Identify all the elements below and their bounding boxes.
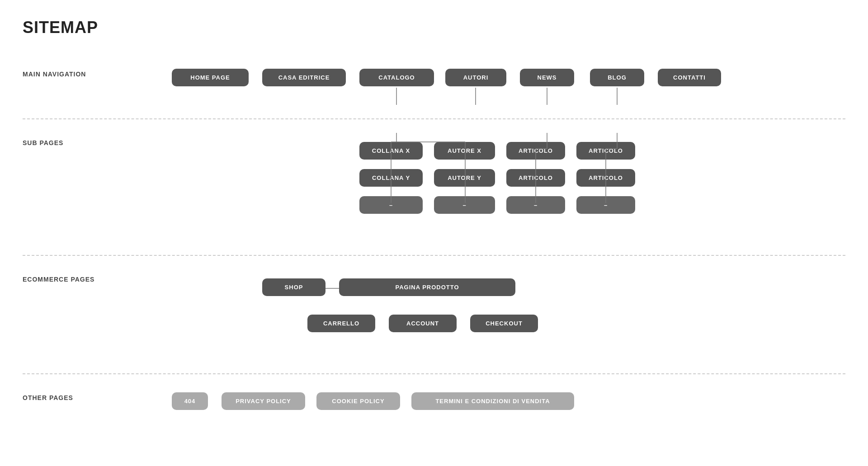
ecomm-shop[interactable]: SHOP [262,278,326,296]
main-nav-content: HOME PAGE CASA EDITRICE CATALOGO AUTORI … [113,64,845,105]
sitemap-container: MAIN NAVIGATION HOME PAGE CASA EDITRICE … [0,51,868,447]
nav-catalogo[interactable]: CATALOGO [359,69,434,86]
ecommerce-row: ECOMMERCE PAGES SHOP PAGINA PRODOTTO CAR… [23,256,845,373]
other-termini[interactable]: TERMINI E CONDIZIONI DI VENDITA [411,392,574,410]
sub-news-articolo-1[interactable]: ARTICOLO [506,142,565,160]
sub-pages-label: SUB PAGES [23,133,113,146]
sub-autore-x[interactable]: AUTORE X [434,142,495,160]
nav-contatti[interactable]: CONTATTI [658,69,721,86]
sub-collana-more[interactable]: – [359,196,423,214]
sub-pages-row: SUB PAGES COLLANA X COLLANA Y – AUTORE X… [23,119,845,255]
sub-blog-articolo-1[interactable]: ARTICOLO [576,142,635,160]
ecommerce-label: ECOMMERCE PAGES [23,269,113,283]
other-pages-label: OTHER PAGES [23,388,113,401]
main-nav-row: MAIN NAVIGATION HOME PAGE CASA EDITRICE … [23,51,845,118]
other-pages-content: 404 PRIVACY POLICY COOKIE POLICY TERMINI… [113,388,845,433]
nav-home[interactable]: HOME PAGE [172,69,249,86]
sub-autore-more[interactable]: – [434,196,495,214]
nav-casa[interactable]: CASA EDITRICE [262,69,346,86]
sub-collana-x[interactable]: COLLANA X [359,142,423,160]
other-privacy[interactable]: PRIVACY POLICY [222,392,305,410]
sub-blog-more[interactable]: – [576,196,635,214]
main-nav-label: MAIN NAVIGATION [23,64,113,78]
sub-collana-y[interactable]: COLLANA Y [359,169,423,187]
other-cookie[interactable]: COOKIE POLICY [316,392,400,410]
ecommerce-content: SHOP PAGINA PRODOTTO CARRELLO ACCOUNT CH… [113,269,845,360]
sub-news-more[interactable]: – [506,196,565,214]
ecomm-carrello[interactable]: CARRELLO [307,315,375,332]
ecomm-account[interactable]: ACCOUNT [389,315,457,332]
other-404[interactable]: 404 [172,392,208,410]
sub-autore-y[interactable]: AUTORE Y [434,169,495,187]
sub-blog-articolo-2[interactable]: ARTICOLO [576,169,635,187]
other-pages-row: OTHER PAGES 404 PRIVACY POLICY COOKIE PO… [23,374,845,447]
nav-news[interactable]: NEWS [520,69,574,86]
page-title: SITEMAP [0,0,868,51]
nav-autori[interactable]: AUTORI [445,69,506,86]
sub-news-articolo-2[interactable]: ARTICOLO [506,169,565,187]
sub-pages-content: COLLANA X COLLANA Y – AUTORE X AUTORE Y … [113,133,845,241]
nav-blog[interactable]: BLOG [590,69,644,86]
ecomm-checkout[interactable]: CHECKOUT [470,315,538,332]
ecomm-pagina-prodotto[interactable]: PAGINA PRODOTTO [339,278,515,296]
